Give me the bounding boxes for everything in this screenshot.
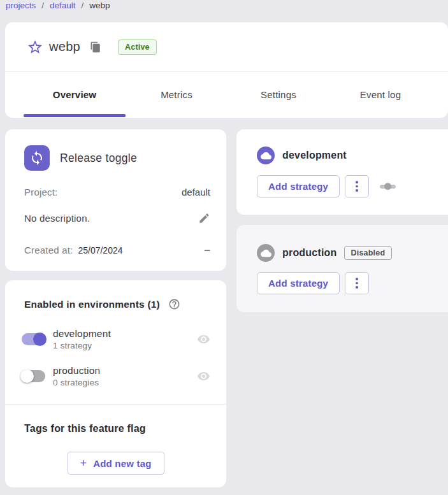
environment-texts: development 1 strategy xyxy=(53,328,111,350)
add-strategy-button[interactable]: Add strategy xyxy=(257,175,340,197)
environment-panel-name: development xyxy=(282,150,347,161)
environment-strategy-count: 0 strategies xyxy=(53,378,100,387)
page-title: webp xyxy=(49,39,80,54)
tab-label: Settings xyxy=(261,89,296,100)
tab-label: Event log xyxy=(360,89,401,100)
collapse-icon[interactable]: – xyxy=(205,247,210,254)
breadcrumb-link-default[interactable]: default xyxy=(50,1,76,10)
add-strategy-button[interactable]: Add strategy xyxy=(257,272,340,294)
environment-row-production: production 0 strategies xyxy=(22,365,210,387)
environment-name: production xyxy=(53,365,100,377)
help-icon[interactable] xyxy=(168,298,180,310)
environments-title: Enabled in environments (1) xyxy=(24,299,160,310)
release-toggle-icon xyxy=(24,145,50,171)
description-text: No description. xyxy=(24,213,90,224)
feature-title-row: webp Active xyxy=(5,22,448,72)
project-label: Project: xyxy=(24,187,57,197)
tab-settings[interactable]: Settings xyxy=(228,72,329,117)
edit-description-icon[interactable] xyxy=(198,212,210,224)
environment-enable-switch[interactable] xyxy=(380,182,396,190)
created-value: 25/07/2024 xyxy=(78,245,122,255)
environment-strategy-count: 1 strategy xyxy=(53,341,111,350)
environments-title-row: Enabled in environments (1) xyxy=(24,298,180,310)
environment-panel-name: production xyxy=(282,247,337,259)
created-label: Created at: xyxy=(24,245,73,255)
visibility-eye-icon[interactable] xyxy=(197,333,210,346)
production-environment-panel: production Disabled Add strategy xyxy=(236,225,448,312)
more-options-kebab-button[interactable] xyxy=(345,175,369,197)
environment-panel-header: development xyxy=(257,147,347,164)
tab-label: Overview xyxy=(53,89,96,100)
environment-name: development xyxy=(53,328,111,340)
plus-icon: + xyxy=(80,457,87,470)
copy-name-icon[interactable] xyxy=(90,41,101,53)
disabled-badge: Disabled xyxy=(344,246,393,260)
environment-panel-actions: Add strategy xyxy=(257,175,396,197)
development-toggle[interactable] xyxy=(22,333,45,345)
flag-type-row: Release toggle xyxy=(24,145,137,171)
tab-metrics[interactable]: Metrics xyxy=(126,72,228,117)
feature-header-card: webp Active Overview Metrics Settings Ev… xyxy=(5,22,448,118)
cloud-environment-icon xyxy=(257,147,275,164)
status-badge: Active xyxy=(118,39,157,55)
environment-row-development: development 1 strategy xyxy=(22,328,210,350)
breadcrumb-current: webp xyxy=(89,1,110,10)
visibility-eye-icon[interactable] xyxy=(197,369,210,383)
environment-panel-header: production Disabled xyxy=(257,244,392,262)
description-row: No description. xyxy=(24,212,210,224)
tab-overview[interactable]: Overview xyxy=(24,72,126,117)
environment-panel-actions: Add strategy xyxy=(257,272,369,294)
favorite-star-icon[interactable] xyxy=(27,39,43,55)
project-value: default xyxy=(182,187,210,197)
breadcrumb-separator: / xyxy=(82,1,84,10)
tab-event-log[interactable]: Event log xyxy=(329,72,431,117)
tab-label: Metrics xyxy=(161,89,192,100)
breadcrumb: projects / default / webp xyxy=(6,1,110,10)
development-environment-panel: development Add strategy xyxy=(236,129,448,215)
add-new-tag-button[interactable]: + Add new tag xyxy=(67,452,164,475)
add-new-tag-label: Add new tag xyxy=(93,458,151,469)
flag-type-title: Release toggle xyxy=(60,152,137,165)
environment-texts: production 0 strategies xyxy=(53,365,100,387)
tags-title: Tags for this feature flag xyxy=(24,423,146,434)
toggle-thumb xyxy=(33,333,47,346)
feature-details-card: Release toggle Project: default No descr… xyxy=(5,129,226,271)
environments-card: Enabled in environments (1) development … xyxy=(5,280,226,487)
switch-knob xyxy=(384,183,391,190)
toggle-thumb xyxy=(20,369,34,383)
more-options-kebab-button[interactable] xyxy=(345,272,369,294)
breadcrumb-separator: / xyxy=(41,1,44,10)
project-row: Project: default xyxy=(24,187,210,197)
created-row: Created at: 25/07/2024 – xyxy=(24,245,210,255)
tab-bar: Overview Metrics Settings Event log xyxy=(5,72,448,117)
cloud-environment-icon xyxy=(257,244,275,262)
breadcrumb-link-projects[interactable]: projects xyxy=(6,1,36,10)
production-toggle[interactable] xyxy=(22,370,45,382)
card-divider xyxy=(5,404,226,405)
